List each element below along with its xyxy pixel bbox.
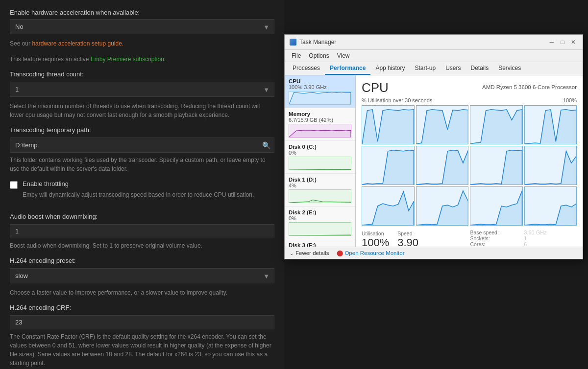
close-button[interactable]: ✕ — [569, 38, 578, 46]
task-manager-icon — [290, 39, 296, 46]
cpu-model: AMD Ryzen 5 3600 6-Core Processor — [482, 84, 577, 90]
fewer-details-button[interactable]: ⌄ Fewer details — [290, 250, 329, 256]
memory-mini-graph — [289, 124, 351, 138]
maximize-button[interactable]: □ — [558, 38, 567, 46]
task-manager-titlebar: Task Manager ─ □ ✕ — [285, 35, 583, 50]
cpu-graph-10 — [470, 186, 523, 226]
h264-crf-label: H.264 encoding CRF: — [10, 304, 274, 311]
hw-accel-dropdown[interactable]: No — [10, 19, 274, 34]
val-cores: 6 — [524, 241, 577, 247]
hw-accel-hint: See our hardware acceleration setup guid… — [10, 39, 274, 48]
cpu-graph-4 — [362, 146, 415, 185]
open-resource-monitor-button[interactable]: ⬤ Open Resource Monitor — [337, 250, 404, 256]
cpu-graph-7 — [524, 146, 577, 185]
tab-users[interactable]: Users — [441, 62, 466, 75]
hw-accel-dropdown-wrapper: No ▼ — [10, 19, 274, 34]
cpu-graph-8 — [362, 186, 415, 226]
cpu-stats-row1: Utilisation 100% Speed 3.90 GHz — [362, 230, 468, 247]
tab-bar: Processes Performance App history Start-… — [285, 62, 583, 75]
temp-path-search-icon[interactable]: 🔍 — [262, 141, 270, 149]
tab-performance[interactable]: Performance — [325, 62, 370, 75]
throttle-label: Enable throttling — [23, 180, 254, 187]
val-sockets: 1 — [524, 235, 577, 241]
cpu-title: CPU — [362, 80, 389, 95]
stat-utilisation: Utilisation 100% — [362, 230, 396, 247]
audio-boost-hint: Boost audio when downmixing. Set to 1 to… — [10, 241, 274, 250]
window-controls: ─ □ ✕ — [547, 38, 578, 46]
cpu-main-panel: CPU AMD Ryzen 5 3600 6-Core Processor % … — [356, 75, 583, 247]
cpu-graph-9 — [416, 186, 469, 226]
temp-path-label: Transcoding temporary path: — [10, 126, 274, 134]
titlebar-left: Task Manager — [290, 39, 336, 46]
val-base-speed: 3.60 GHz — [524, 230, 577, 235]
tab-app-history[interactable]: App history — [370, 62, 410, 75]
h264-crf-input[interactable] — [10, 315, 274, 329]
task-manager-body: CPU 100% 3.90 GHz Memory 6.7/15.9 GB (42… — [285, 75, 583, 247]
sidebar-item-disk1[interactable]: Disk 1 (D:) 4% — [285, 174, 355, 207]
temp-path-input-wrapper: 🔍 — [10, 138, 274, 153]
sidebar-item-cpu[interactable]: CPU 100% 3.90 GHz — [285, 75, 355, 108]
menu-file[interactable]: File — [288, 51, 305, 61]
cpu-info-grid: Base speed: Sockets: Cores: Logical proc… — [470, 230, 577, 247]
throttle-row: Enable throttling Emby will dynamically … — [10, 180, 274, 206]
tab-startup[interactable]: Start-up — [410, 62, 441, 75]
sidebar-item-disk2[interactable]: Disk 2 (E:) 0% — [285, 207, 355, 239]
cpu-graph-6 — [470, 146, 523, 185]
h264-crf-hint: The Constant Rate Factor (CRF) is the de… — [10, 332, 274, 368]
tab-processes[interactable]: Processes — [288, 62, 325, 75]
h264-preset-hint: Choose a faster value to improve perform… — [10, 288, 274, 297]
sidebar-item-disk3[interactable]: Disk 3 (F:) 0% — [285, 239, 355, 247]
menu-options[interactable]: Options — [305, 51, 333, 61]
temp-path-input[interactable] — [10, 138, 274, 153]
settings-panel: Enable hardware acceleration when availa… — [0, 0, 284, 369]
stat-util-value: 100% — [362, 236, 396, 247]
chevron-down-icon: ⌄ — [290, 251, 294, 256]
menu-bar: File Options View — [285, 50, 583, 62]
cpu-graph-5 — [416, 146, 469, 185]
premiere-link[interactable]: Emby Premiere subscription. — [91, 56, 166, 63]
premiere-hint: This feature requires an active Emby Pre… — [10, 55, 274, 64]
cpu-graph-3 — [524, 105, 577, 144]
task-manager-window: Task Manager ─ □ ✕ File Options View Pro… — [284, 34, 583, 259]
task-manager-footer: ⌄ Fewer details ⬤ Open Resource Monitor — [285, 247, 583, 259]
temp-path-hint: This folder contains working files used … — [10, 156, 274, 173]
cpu-stats: Utilisation 100% Speed 3.90 GHz Processe… — [362, 230, 577, 247]
cpu-graph-0 — [362, 105, 415, 144]
menu-view[interactable]: View — [333, 51, 354, 61]
cpu-mini-graph — [289, 91, 351, 105]
h264-preset-label: H.264 encoding preset: — [10, 257, 274, 264]
cpu-graph-1 — [416, 105, 469, 144]
hw-accel-link[interactable]: hardware acceleration setup guide. — [32, 40, 123, 47]
cpu-graph-2 — [470, 105, 523, 144]
disk0-mini-graph — [289, 157, 351, 170]
cpu-header: CPU AMD Ryzen 5 3600 6-Core Processor — [362, 80, 577, 95]
thread-hint: Select the maximum number of threads to … — [10, 102, 274, 119]
disk2-mini-graph — [289, 222, 351, 236]
sidebar-item-memory[interactable]: Memory 6.7/15.9 GB (42%) — [285, 108, 355, 141]
hw-accel-label: Enable hardware acceleration when availa… — [10, 9, 274, 16]
disk1-mini-graph — [289, 189, 351, 203]
sidebar-item-disk0[interactable]: Disk 0 (C:) 0% — [285, 141, 355, 174]
resource-monitor-icon: ⬤ — [337, 250, 343, 256]
performance-sidebar: CPU 100% 3.90 GHz Memory 6.7/15.9 GB (42… — [285, 75, 356, 247]
audio-boost-input[interactable] — [10, 224, 274, 238]
throttle-checkbox[interactable] — [10, 181, 18, 189]
cpu-graphs-grid — [362, 105, 577, 226]
tab-details[interactable]: Details — [466, 62, 493, 75]
stat-speed-value: 3.90 GHz — [397, 236, 432, 247]
task-manager-title: Task Manager — [299, 39, 336, 46]
h264-preset-dropdown-wrapper: ultrafastsuperfastveryfastfasterfastmedi… — [10, 268, 274, 283]
audio-boost-label: Audio boost when downmixing: — [10, 213, 274, 220]
thread-dropdown-wrapper: 1248 ▼ — [10, 82, 274, 97]
tab-services[interactable]: Services — [493, 62, 526, 75]
cpu-graph-11 — [524, 186, 577, 226]
stat-speed: Speed 3.90 GHz — [397, 230, 432, 247]
h264-preset-dropdown[interactable]: ultrafastsuperfastveryfastfasterfastmedi… — [10, 268, 274, 283]
thread-label: Transcoding thread count: — [10, 70, 274, 78]
util-label: % Utilisation over 30 seconds 100% — [362, 97, 577, 103]
thread-dropdown[interactable]: 1248 — [10, 82, 274, 97]
throttle-hint: Emby will dynamically adjust transcoding… — [23, 190, 254, 199]
minimize-button[interactable]: ─ — [547, 38, 556, 46]
